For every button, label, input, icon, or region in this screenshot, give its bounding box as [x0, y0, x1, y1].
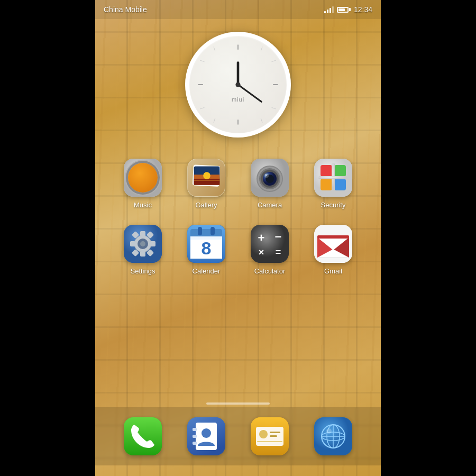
- svg-point-19: [141, 176, 145, 180]
- svg-rect-57: [190, 229, 222, 237]
- clock-widget[interactable]: miui: [185, 32, 291, 138]
- svg-rect-15: [124, 159, 162, 197]
- music-icon: [124, 159, 162, 197]
- svg-rect-49: [150, 241, 155, 246]
- calendar-icon: 8: [187, 225, 225, 263]
- svg-text:8: 8: [202, 238, 212, 258]
- camera-icon: [251, 159, 289, 197]
- svg-point-36: [265, 174, 267, 176]
- calculator-label: Calculator: [254, 267, 286, 275]
- svg-point-20: [142, 177, 144, 179]
- clock-svg: [189, 36, 287, 133]
- svg-rect-28: [194, 180, 220, 181]
- app-row-1: Music: [111, 159, 365, 209]
- svg-line-5: [271, 60, 276, 62]
- svg-rect-38: [321, 165, 332, 177]
- svg-rect-79: [193, 428, 197, 431]
- svg-rect-43: [318, 176, 348, 179]
- svg-rect-63: [190, 236, 222, 240]
- svg-rect-59: [210, 227, 215, 235]
- gmail-label: Gmail: [324, 267, 342, 275]
- svg-rect-39: [334, 165, 346, 177]
- svg-rect-81: [193, 442, 197, 445]
- app-item-calculator[interactable]: + − × = Calculator: [243, 225, 296, 275]
- gmail-icon: [314, 225, 352, 263]
- app-grid: Music: [95, 159, 381, 291]
- svg-point-82: [202, 428, 211, 438]
- time-display: 12:34: [354, 5, 372, 14]
- svg-text:×: ×: [259, 247, 264, 258]
- music-label: Music: [134, 201, 152, 209]
- svg-point-16: [129, 164, 157, 191]
- dock-item-contacts[interactable]: [187, 417, 225, 455]
- app-item-gmail[interactable]: Gmail: [307, 225, 360, 275]
- status-right: 12:34: [324, 5, 372, 14]
- settings-icon: [124, 225, 162, 263]
- svg-rect-58: [198, 227, 202, 235]
- svg-point-55: [140, 241, 145, 246]
- svg-rect-26: [194, 179, 220, 185]
- browser-dock-icon: [314, 417, 352, 455]
- app-item-settings[interactable]: Settings: [116, 225, 169, 275]
- carrier-text: China Mobile: [104, 5, 147, 14]
- svg-point-85: [259, 430, 268, 438]
- app-item-calendar[interactable]: 8 Calender: [180, 225, 233, 275]
- gallery-icon: [187, 159, 225, 197]
- dock-item-browser[interactable]: [314, 417, 352, 455]
- signal-icon: [324, 6, 334, 13]
- app-item-security[interactable]: Security: [307, 159, 360, 209]
- dock: [95, 407, 381, 465]
- clock-face: miui: [185, 32, 291, 138]
- svg-rect-48: [130, 241, 135, 246]
- svg-rect-41: [334, 179, 346, 190]
- camera-label: Camera: [258, 201, 282, 209]
- dock-item-phone[interactable]: [124, 417, 162, 455]
- app-item-gallery[interactable]: Gallery: [180, 159, 233, 209]
- app-item-music[interactable]: Music: [116, 159, 169, 209]
- dock-separator: [206, 402, 270, 405]
- svg-line-9: [200, 107, 204, 109]
- clock-brand: miui: [232, 96, 244, 103]
- svg-text:−: −: [275, 230, 282, 243]
- svg-rect-87: [270, 435, 277, 437]
- svg-line-10: [200, 60, 204, 62]
- calculator-icon: + − × =: [251, 225, 289, 263]
- svg-rect-47: [140, 251, 145, 257]
- svg-rect-64: [251, 225, 289, 263]
- phone-dock-icon: [124, 417, 162, 455]
- svg-point-95: [326, 428, 332, 434]
- svg-text:+: +: [258, 231, 265, 244]
- svg-line-6: [271, 107, 276, 109]
- svg-rect-76: [124, 417, 162, 455]
- svg-line-11: [214, 47, 215, 51]
- svg-point-17: [131, 166, 154, 189]
- messages-dock-icon: [251, 417, 289, 455]
- svg-line-7: [261, 118, 262, 122]
- contacts-dock-icon: [187, 417, 225, 455]
- security-label: Security: [321, 201, 346, 209]
- app-item-camera[interactable]: Camera: [243, 159, 296, 209]
- svg-rect-86: [270, 432, 280, 433]
- svg-point-14: [235, 82, 240, 87]
- svg-rect-75: [317, 235, 349, 239]
- svg-point-18: [139, 174, 147, 181]
- svg-line-4: [261, 47, 262, 51]
- svg-text:=: =: [276, 247, 281, 258]
- app-row-2: Settings: [111, 225, 365, 275]
- status-bar: China Mobile 12:34: [95, 0, 381, 19]
- svg-rect-46: [140, 231, 145, 236]
- gallery-label: Gallery: [195, 201, 217, 209]
- svg-rect-40: [321, 179, 332, 190]
- calendar-label: Calender: [193, 267, 221, 275]
- battery-icon: [337, 7, 351, 13]
- svg-point-27: [203, 172, 210, 179]
- dock-item-messages[interactable]: [251, 417, 289, 455]
- svg-rect-80: [193, 435, 197, 438]
- security-icon: [314, 159, 352, 197]
- svg-line-8: [214, 118, 215, 122]
- svg-rect-88: [257, 441, 282, 442]
- settings-label: Settings: [131, 267, 155, 275]
